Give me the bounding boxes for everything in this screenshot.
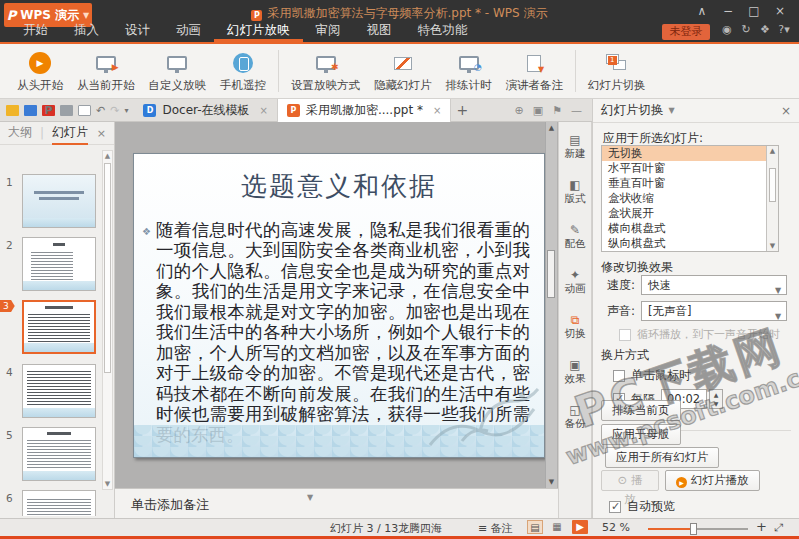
sync-icon[interactable]: ↻ <box>739 23 753 36</box>
skin-icon[interactable]: ❖ <box>758 23 772 36</box>
rehearse-timing-button[interactable]: ◔ 排练计时 <box>439 44 499 98</box>
rail-item-backup[interactable]: ◱ 备份 <box>559 397 591 437</box>
rail-item-color-scheme[interactable]: ✎ 配色 <box>559 217 591 257</box>
slide-editing-area[interactable]: 选题意义和依据 ❖ 随着信息时代的高速发展，隐私是我们很看重的一项信息。大到国防… <box>115 122 558 488</box>
print-preview-icon[interactable] <box>78 105 91 116</box>
transition-option-vertical-blinds[interactable]: 垂直百叶窗 <box>602 176 778 191</box>
print-icon[interactable] <box>60 105 73 116</box>
undo-icon[interactable]: ↶ <box>96 104 105 117</box>
tab-slides[interactable]: 幻灯片 <box>52 122 88 145</box>
on-click-checkbox[interactable] <box>613 370 625 382</box>
rehearse-current-button[interactable]: 排练当前页 <box>601 400 681 421</box>
speaker-notes-button[interactable]: 演讲者备注 <box>499 44 571 98</box>
apply-to-all-button[interactable]: 应用于所有幻灯片 <box>605 447 719 468</box>
play-from-current-button[interactable]: ▶ 从当前开始 <box>70 44 142 98</box>
collapse-ribbon-button[interactable]: ∧ <box>689 2 715 20</box>
tab-insert[interactable]: 插入 <box>61 20 112 42</box>
tab-home[interactable]: 开始 <box>10 20 61 42</box>
scroll-down-icon[interactable]: ▼ <box>546 478 557 486</box>
save-icon[interactable] <box>24 105 37 116</box>
play-button[interactable]: ⊙ 播放 <box>601 470 659 491</box>
list-scrollbar[interactable]: ▲ ▼ <box>766 145 779 252</box>
member-icon[interactable]: ◉ <box>720 23 734 36</box>
tab-special-features[interactable]: 特色功能 <box>405 20 481 42</box>
slideshow-view-button[interactable]: ▶ <box>572 520 588 534</box>
notes-splitter-icon[interactable]: ▼ <box>307 493 313 502</box>
panel-dropdown-icon[interactable]: ▼ <box>669 106 675 115</box>
zoom-slider[interactable] <box>648 528 748 530</box>
apply-to-master-button[interactable]: 应用于母版 <box>601 424 681 445</box>
play-from-start-button[interactable]: ▶ 从头开始 <box>10 44 70 98</box>
redo-icon[interactable]: ↷ <box>110 104 119 117</box>
scroll-up-icon[interactable]: ▲ <box>767 147 778 155</box>
zoom-slider-handle[interactable] <box>690 523 697 535</box>
doc-tab-presentation[interactable]: P 采用凯撒加密....ppt * × <box>278 99 451 122</box>
scroll-down-icon[interactable]: ▼ <box>767 242 778 250</box>
layout-switch-icon[interactable]: ▣ <box>533 104 543 117</box>
slide-transition-button[interactable]: 1 幻灯片切换 <box>581 44 653 98</box>
scrollbar-thumb[interactable] <box>104 163 111 373</box>
rail-item-new[interactable]: ▤ 新建 <box>559 127 591 167</box>
tab-slideshow[interactable]: 幻灯片放映 <box>214 20 303 42</box>
close-panel-icon[interactable]: × <box>781 104 791 118</box>
transition-option-box-in[interactable]: 盒状收缩 <box>602 191 778 206</box>
tab-design[interactable]: 设计 <box>112 20 163 42</box>
rail-item-layout[interactable]: ◧ 版式 <box>559 172 591 212</box>
close-tab-icon[interactable]: × <box>433 105 441 116</box>
tools-icon[interactable]: ⊕ <box>515 104 524 117</box>
transition-option-checkerboard-across[interactable]: 横向棋盘式 <box>602 221 778 236</box>
slide-vertical-scrollbar[interactable]: ▲ ▼ <box>545 122 557 488</box>
zoom-percent[interactable]: 52 % <box>602 521 630 534</box>
close-sidebar-icon[interactable]: × <box>97 127 106 140</box>
notes-pane[interactable]: 单击添加备注 ▼ <box>115 488 558 518</box>
tab-view[interactable]: 视图 <box>354 20 405 42</box>
export-pdf-icon[interactable]: P <box>42 105 55 116</box>
scroll-up-icon[interactable]: ▲ <box>546 124 557 132</box>
custom-show-button[interactable]: 自定义放映 <box>142 44 214 98</box>
help-icon[interactable]: ?▾ <box>777 23 791 36</box>
transition-option-horizontal-blinds[interactable]: 水平百叶窗 <box>602 161 778 176</box>
sidebar-scrollbar[interactable]: ▲ ▼ <box>102 150 113 490</box>
new-tab-button[interactable]: + <box>451 102 473 118</box>
notes-placeholder[interactable]: 单击添加备注 <box>131 496 209 514</box>
transition-option-box-out[interactable]: 盒状展开 <box>602 206 778 221</box>
close-tab-icon[interactable]: × <box>260 105 268 116</box>
hide-slide-button[interactable]: 隐藏幻灯片 <box>367 44 439 98</box>
scroll-up-icon[interactable]: ▲ <box>103 152 112 160</box>
auto-preview-checkbox[interactable] <box>609 501 621 513</box>
rail-item-effect[interactable]: ▣ 效果 <box>559 352 591 392</box>
maximize-button[interactable]: □ <box>741 2 767 20</box>
sound-select[interactable]: [无声音]▼ <box>641 301 787 321</box>
transition-option-checkerboard-down[interactable]: 纵向棋盘式 <box>602 236 778 251</box>
flag-icon[interactable]: ⚑ <box>552 104 562 117</box>
qat-dropdown-icon[interactable]: ▾ <box>124 106 128 115</box>
doc-tab-docer[interactable]: D Docer-在线模板 × <box>134 99 277 122</box>
zoom-in-button[interactable]: + <box>756 519 767 534</box>
speed-select[interactable]: 快速▼ <box>641 275 787 295</box>
scrollbar-thumb[interactable] <box>547 250 555 298</box>
slide-title[interactable]: 选题意义和依据 <box>134 169 544 204</box>
fullscreen-icon[interactable]: ⤢ <box>774 521 783 534</box>
transition-option-none[interactable]: 无切换 <box>602 146 778 161</box>
normal-view-button[interactable]: ▤ <box>527 520 543 534</box>
tab-animation[interactable]: 动画 <box>163 20 214 42</box>
notes-toggle[interactable]: ≡ 备注 <box>478 521 513 536</box>
panel-collapse-icon[interactable]: — <box>571 104 582 117</box>
open-icon[interactable] <box>6 105 19 116</box>
minimize-button[interactable]: − <box>715 2 741 20</box>
tab-review[interactable]: 审阅 <box>303 20 354 42</box>
phone-remote-button[interactable]: 手机遥控 <box>213 44 273 98</box>
scrollbar-thumb[interactable] <box>769 168 776 202</box>
sorter-view-button[interactable]: ▦ <box>549 520 565 534</box>
setup-show-button[interactable]: ✱ 设置放映方式 <box>284 44 367 98</box>
login-button[interactable]: 未登录 <box>662 24 710 40</box>
interval-spinner[interactable]: ▲▼ <box>709 389 723 409</box>
scroll-down-icon[interactable]: ▼ <box>103 480 112 488</box>
close-button[interactable]: × <box>767 2 793 20</box>
rail-item-transition[interactable]: ⧉ 切换 <box>559 307 591 347</box>
slide-canvas[interactable]: 选题意义和依据 ❖ 随着信息时代的高速发展，隐私是我们很看重的一项信息。大到国防… <box>133 153 545 458</box>
tab-outline[interactable]: 大纲 <box>8 122 32 145</box>
loop-checkbox[interactable] <box>619 329 631 341</box>
slideshow-button[interactable]: ▶幻灯片播放 <box>665 470 760 491</box>
rail-item-animation[interactable]: ✦ 动画 <box>559 262 591 302</box>
